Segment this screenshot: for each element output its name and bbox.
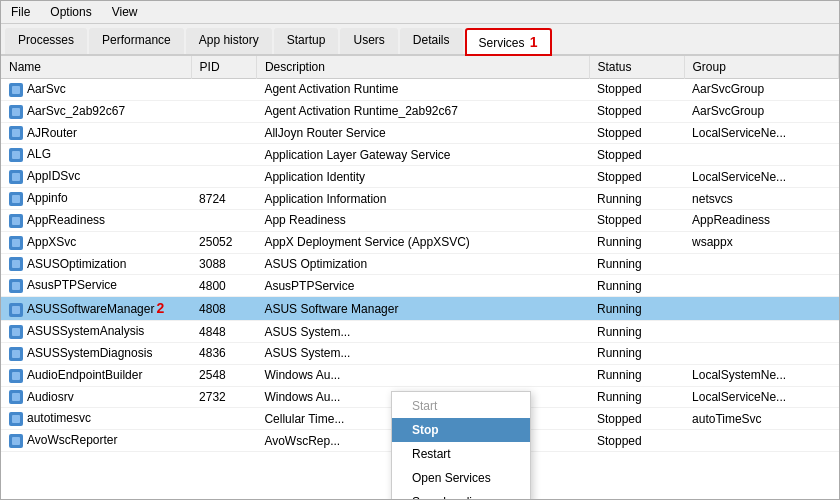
tab-performance[interactable]: Performance xyxy=(89,28,184,54)
cell-group: AarSvcGroup xyxy=(684,100,838,122)
cell-pid: 25052 xyxy=(191,231,256,253)
tab-startup[interactable]: Startup xyxy=(274,28,339,54)
table-row[interactable]: AppXSvc25052AppX Deployment Service (App… xyxy=(1,231,839,253)
cell-desc: Application Layer Gateway Service xyxy=(256,144,589,166)
table-row[interactable]: AarSvc_2ab92c67Agent Activation Runtime_… xyxy=(1,100,839,122)
cell-status: Running xyxy=(589,342,684,364)
service-name-text: AsusPTPService xyxy=(27,278,117,292)
table-row[interactable]: ASUSSystemDiagnosis4836ASUS System...Run… xyxy=(1,342,839,364)
menu-file[interactable]: File xyxy=(5,3,36,21)
table-row[interactable]: AJRouterAllJoyn Router ServiceStoppedLoc… xyxy=(1,122,839,144)
table-row[interactable]: ASUSOptimization3088ASUS OptimizationRun… xyxy=(1,253,839,275)
tab-details[interactable]: Details xyxy=(400,28,463,54)
context-menu-item-open-services[interactable]: Open Services xyxy=(392,466,530,490)
cell-name: ALG xyxy=(1,144,191,166)
cell-pid xyxy=(191,408,256,430)
cell-pid xyxy=(191,144,256,166)
service-name-text: Appinfo xyxy=(27,191,68,205)
badge-1: 1 xyxy=(530,34,538,50)
table-row[interactable]: AsusPTPService4800AsusPTPServiceRunning xyxy=(1,275,839,297)
cell-pid: 4848 xyxy=(191,321,256,343)
col-pid[interactable]: PID xyxy=(191,56,256,79)
col-name[interactable]: Name xyxy=(1,56,191,79)
service-name-text: autotimesvc xyxy=(27,411,91,425)
table-row[interactable]: AppReadinessApp ReadinessStoppedAppReadi… xyxy=(1,209,839,231)
cell-desc: ASUS Software Manager xyxy=(256,297,589,321)
cell-pid: 8724 xyxy=(191,188,256,210)
tab-app-history[interactable]: App history xyxy=(186,28,272,54)
cell-group: LocalServiceNe... xyxy=(684,122,838,144)
service-name-text: ALG xyxy=(27,147,51,161)
table-row[interactable]: AudioEndpointBuilder2548Windows Au...Run… xyxy=(1,364,839,386)
service-name-text: ASUSOptimization xyxy=(27,257,126,271)
service-icon xyxy=(9,148,23,162)
menu-view[interactable]: View xyxy=(106,3,144,21)
table-row[interactable]: Appinfo8724Application InformationRunnin… xyxy=(1,188,839,210)
table-row[interactable]: ASUSSystemAnalysis4848ASUS System...Runn… xyxy=(1,321,839,343)
cell-name: AarSvc xyxy=(1,79,191,101)
context-menu-item-restart[interactable]: Restart xyxy=(392,442,530,466)
cell-name: ASUSOptimization xyxy=(1,253,191,275)
cell-status: Running xyxy=(589,253,684,275)
cell-group: autoTimeSvc xyxy=(684,408,838,430)
cell-desc: Application Identity xyxy=(256,166,589,188)
cell-desc: ASUS System... xyxy=(256,321,589,343)
cell-desc: ASUS Optimization xyxy=(256,253,589,275)
col-status[interactable]: Status xyxy=(589,56,684,79)
cell-name: AarSvc_2ab92c67 xyxy=(1,100,191,122)
service-name-text: ASUSSystemDiagnosis xyxy=(27,346,152,360)
table-row[interactable]: AarSvcAgent Activation RuntimeStoppedAar… xyxy=(1,79,839,101)
cell-name: AsusPTPService xyxy=(1,275,191,297)
service-icon xyxy=(9,126,23,140)
context-menu-item-search-online[interactable]: Search online xyxy=(392,490,530,499)
context-menu-item-stop[interactable]: Stop xyxy=(392,418,530,442)
col-desc[interactable]: Description xyxy=(256,56,589,79)
cell-desc: AllJoyn Router Service xyxy=(256,122,589,144)
cell-group xyxy=(684,297,838,321)
tab-services[interactable]: Services 1 xyxy=(465,28,552,56)
cell-status: Stopped xyxy=(589,408,684,430)
cell-group xyxy=(684,430,838,452)
cell-group xyxy=(684,253,838,275)
task-manager-window: File Options View Processes Performance … xyxy=(0,0,840,500)
cell-desc: Agent Activation Runtime_2ab92c67 xyxy=(256,100,589,122)
cell-status: Stopped xyxy=(589,430,684,452)
cell-name: Audiosrv xyxy=(1,386,191,408)
table-row[interactable]: ALGApplication Layer Gateway ServiceStop… xyxy=(1,144,839,166)
cell-pid xyxy=(191,122,256,144)
cell-pid xyxy=(191,430,256,452)
service-icon xyxy=(9,434,23,448)
tab-users[interactable]: Users xyxy=(340,28,397,54)
service-icon xyxy=(9,214,23,228)
table-row[interactable]: ASUSSoftwareManager24808ASUS Software Ma… xyxy=(1,297,839,321)
cell-group: LocalServiceNe... xyxy=(684,166,838,188)
cell-name: Appinfo xyxy=(1,188,191,210)
col-group[interactable]: Group xyxy=(684,56,838,79)
cell-status: Stopped xyxy=(589,209,684,231)
service-name-text: ASUSSystemAnalysis xyxy=(27,324,144,338)
service-name-text: AarSvc_2ab92c67 xyxy=(27,104,125,118)
cell-status: Running xyxy=(589,297,684,321)
cell-status: Running xyxy=(589,364,684,386)
service-icon xyxy=(9,83,23,97)
cell-pid: 4800 xyxy=(191,275,256,297)
service-icon xyxy=(9,105,23,119)
cell-group: AarSvcGroup xyxy=(684,79,838,101)
menu-options[interactable]: Options xyxy=(44,3,97,21)
table-row[interactable]: AppIDSvcApplication IdentityStoppedLocal… xyxy=(1,166,839,188)
service-icon xyxy=(9,325,23,339)
service-name-text: ASUSSoftwareManager xyxy=(27,302,154,316)
cell-group: netsvcs xyxy=(684,188,838,210)
cell-group: LocalServiceNe... xyxy=(684,386,838,408)
cell-name: ASUSSoftwareManager2 xyxy=(1,297,191,321)
tab-processes[interactable]: Processes xyxy=(5,28,87,54)
cell-group: wsappx xyxy=(684,231,838,253)
cell-status: Stopped xyxy=(589,100,684,122)
service-name-text: AppIDSvc xyxy=(27,169,80,183)
cell-name: AppIDSvc xyxy=(1,166,191,188)
cell-status: Running xyxy=(589,386,684,408)
cell-group: AppReadiness xyxy=(684,209,838,231)
cell-pid xyxy=(191,166,256,188)
cell-desc: App Readiness xyxy=(256,209,589,231)
cell-pid xyxy=(191,100,256,122)
